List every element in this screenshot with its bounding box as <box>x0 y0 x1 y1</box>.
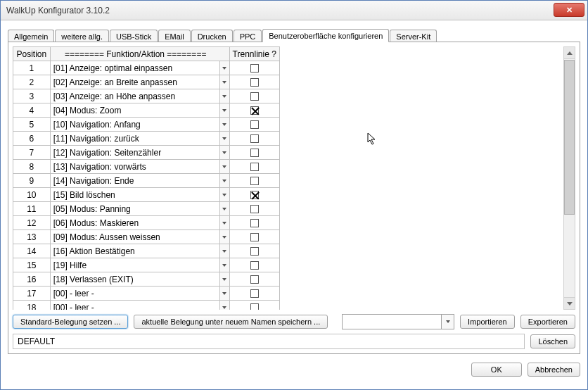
separator-checkbox[interactable] <box>250 303 259 310</box>
chevron-down-icon[interactable] <box>219 258 229 272</box>
position-cell[interactable]: 7 <box>13 146 51 160</box>
function-cell[interactable]: [11] Navigation: zurück <box>50 132 229 146</box>
position-cell[interactable]: 11 <box>13 202 51 216</box>
function-cell[interactable]: [00] - leer - <box>50 301 229 310</box>
chevron-down-icon[interactable] <box>219 61 229 75</box>
separator-checkbox[interactable] <box>250 191 259 199</box>
position-cell[interactable]: 15 <box>13 258 51 272</box>
chevron-down-icon[interactable] <box>219 146 229 159</box>
separator-checkbox[interactable] <box>250 92 259 101</box>
position-cell[interactable]: 12 <box>13 216 51 230</box>
delete-button[interactable]: Löschen <box>530 334 575 348</box>
position-cell[interactable]: 8 <box>13 160 51 174</box>
separator-checkbox[interactable] <box>250 134 259 143</box>
position-cell[interactable]: 18 <box>13 301 51 310</box>
scroll-up-icon[interactable] <box>564 47 575 59</box>
position-cell[interactable]: 1 <box>13 61 51 75</box>
separator-checkbox[interactable] <box>250 275 259 284</box>
scroll-down-icon[interactable] <box>564 297 575 309</box>
separator-cell <box>229 118 279 132</box>
function-cell[interactable]: [15] Bild löschen <box>50 188 229 202</box>
chevron-down-icon[interactable] <box>219 287 229 300</box>
function-cell[interactable]: [16] Aktion Bestätigen <box>50 244 229 258</box>
separator-checkbox[interactable] <box>250 64 259 73</box>
function-cell[interactable]: [04] Modus: Zoom <box>50 103 229 118</box>
separator-checkbox[interactable] <box>250 177 259 185</box>
position-cell[interactable]: 17 <box>13 287 51 301</box>
col-position[interactable]: Position <box>13 47 51 61</box>
close-button[interactable]: ✕ <box>554 3 584 17</box>
chevron-down-icon[interactable] <box>219 89 229 103</box>
position-cell[interactable]: 4 <box>13 103 51 118</box>
function-cell[interactable]: [06] Modus: Maskieren <box>50 216 229 230</box>
ok-button[interactable]: OK <box>471 363 522 377</box>
position-cell[interactable]: 2 <box>13 75 51 89</box>
function-cell[interactable]: [05] Modus: Panning <box>50 202 229 216</box>
vertical-scrollbar[interactable] <box>563 46 575 310</box>
export-button[interactable]: Exportieren <box>520 315 575 329</box>
function-cell[interactable]: [19] Hilfe <box>50 258 229 272</box>
function-cell[interactable]: [10] Navigation: Anfang <box>50 118 229 132</box>
position-cell[interactable]: 10 <box>13 188 51 202</box>
cancel-button[interactable]: Abbrechen <box>528 363 580 377</box>
function-cell[interactable]: [12] Navigation: Seitenzähler <box>50 146 229 160</box>
function-cell[interactable]: [13] Navigation: vorwärts <box>50 160 229 174</box>
chevron-down-icon[interactable] <box>219 202 229 215</box>
function-cell[interactable]: [18] Verlassen (EXIT) <box>50 272 229 287</box>
chevron-down-icon[interactable] <box>219 301 229 310</box>
separator-checkbox[interactable] <box>250 233 259 241</box>
function-cell[interactable]: [09] Modus: Aussen weissen <box>50 230 229 244</box>
separator-checkbox[interactable] <box>250 149 259 157</box>
chevron-down-icon[interactable] <box>219 103 229 117</box>
chevron-down-icon[interactable] <box>219 272 229 286</box>
tab-1[interactable]: weitere allg. <box>55 30 109 42</box>
position-cell[interactable]: 13 <box>13 230 51 244</box>
position-cell[interactable]: 9 <box>13 174 51 188</box>
separator-checkbox[interactable] <box>250 219 259 227</box>
tab-7[interactable]: Server-Kit <box>390 30 437 42</box>
function-cell[interactable]: [02] Anzeige: an Breite anpassen <box>50 75 229 89</box>
separator-checkbox[interactable] <box>250 106 259 115</box>
tab-6[interactable]: Benutzeroberfläche konfigurieren <box>262 29 389 42</box>
layout-combo[interactable] <box>342 314 454 329</box>
col-separator[interactable]: Trennlinie ? <box>229 47 279 61</box>
table-row: 10[15] Bild löschen <box>13 188 280 202</box>
chevron-down-icon[interactable] <box>219 132 229 145</box>
col-function[interactable]: ======== Funktion/Aktion ======== <box>50 47 229 61</box>
chevron-down-icon[interactable] <box>219 230 229 244</box>
tab-5[interactable]: PPC <box>234 30 262 42</box>
position-cell[interactable]: 16 <box>13 272 51 287</box>
chevron-down-icon[interactable] <box>219 75 229 89</box>
chevron-down-icon[interactable] <box>219 118 229 131</box>
save-as-button[interactable]: aktuelle Belegung unter neuem Namen spei… <box>134 315 328 329</box>
function-cell[interactable]: [00] - leer - <box>50 287 229 301</box>
chevron-down-icon[interactable] <box>219 188 229 201</box>
scroll-thumb[interactable] <box>564 60 575 215</box>
chevron-down-icon[interactable] <box>219 216 229 229</box>
chevron-down-icon[interactable] <box>219 174 229 187</box>
separator-checkbox[interactable] <box>250 163 259 171</box>
chevron-down-icon[interactable] <box>219 244 229 258</box>
position-cell[interactable]: 14 <box>13 244 51 258</box>
tab-2[interactable]: USB-Stick <box>110 30 158 42</box>
separator-checkbox[interactable] <box>250 289 259 298</box>
separator-checkbox[interactable] <box>250 120 259 129</box>
set-default-button[interactable]: Standard-Belegung setzen ... <box>13 315 128 329</box>
position-cell[interactable]: 6 <box>13 132 51 146</box>
tab-0[interactable]: Allgemein <box>8 30 54 42</box>
position-cell[interactable]: 3 <box>13 89 51 103</box>
function-cell[interactable]: [01] Anzeige: optimal einpassen <box>50 61 229 75</box>
chevron-down-icon[interactable] <box>219 160 229 173</box>
position-cell[interactable]: 5 <box>13 118 51 132</box>
function-cell[interactable]: [14] Navigation: Ende <box>50 174 229 188</box>
separator-checkbox[interactable] <box>250 205 259 213</box>
tab-4[interactable]: Drucken <box>191 30 233 42</box>
tab-3[interactable]: EMail <box>158 30 191 42</box>
separator-checkbox[interactable] <box>250 247 259 256</box>
function-cell[interactable]: [03] Anzeige: an Höhe anpassen <box>50 89 229 103</box>
separator-checkbox[interactable] <box>250 261 259 270</box>
import-button[interactable]: Importieren <box>460 315 515 329</box>
separator-checkbox[interactable] <box>250 78 259 87</box>
table-row: 16[18] Verlassen (EXIT) <box>13 272 280 287</box>
chevron-down-icon[interactable] <box>441 315 454 329</box>
